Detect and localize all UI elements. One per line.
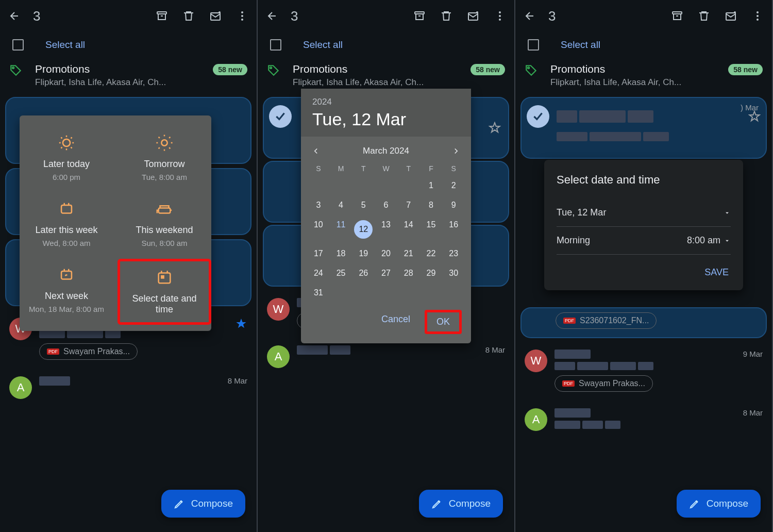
select-all-checkbox[interactable] xyxy=(270,39,281,51)
email-card-attach[interactable]: PDFS236071602_FN... xyxy=(520,307,767,338)
selection-count: 3 xyxy=(33,8,156,24)
next-month-icon[interactable] xyxy=(451,146,461,156)
calendar-day[interactable]: 21 xyxy=(397,244,420,263)
attachment-chip: PDFS236071602_FN... xyxy=(556,312,657,329)
mark-unread-icon[interactable] xyxy=(209,10,222,22)
avatar-a: A xyxy=(267,345,290,368)
email-w[interactable]: W PDFSwayam Prakas... 9 Mar xyxy=(515,344,772,397)
calendar-selected-date: Tue, 12 Mar xyxy=(312,109,460,129)
calendar-day[interactable]: 19 xyxy=(352,244,375,263)
more-icon[interactable] xyxy=(236,10,248,22)
star-icon[interactable] xyxy=(748,110,761,123)
selected-check-icon[interactable] xyxy=(269,105,292,128)
snooze-later-week[interactable]: Later this week Wed, 8:00 am xyxy=(20,193,113,255)
calendar-day[interactable]: 9 xyxy=(442,195,465,215)
prev-month-icon[interactable] xyxy=(311,146,321,156)
calendar-day[interactable]: 29 xyxy=(420,263,443,283)
calendar-day[interactable]: 11 xyxy=(330,215,352,244)
mark-unread-icon[interactable] xyxy=(467,10,479,22)
selected-check-icon[interactable] xyxy=(527,105,549,128)
compose-button[interactable]: Compose xyxy=(677,490,761,518)
calendar-day[interactable]: 5 xyxy=(352,195,375,215)
archive-icon[interactable] xyxy=(156,10,168,22)
more-icon[interactable] xyxy=(751,10,764,22)
snooze-later-today[interactable]: Later today 6:00 pm xyxy=(20,127,113,189)
calendar-day[interactable]: 4 xyxy=(330,195,352,215)
calendar-dialog: 2024 Tue, 12 Mar March 2024 SMTWTFS 1234… xyxy=(301,89,471,343)
calendar-day[interactable]: 6 xyxy=(375,195,397,215)
calendar-dow: F xyxy=(420,161,443,176)
calendar-day[interactable]: 23 xyxy=(442,244,465,263)
snooze-next-week[interactable]: Next week Mon, 18 Mar, 8:00 am xyxy=(20,259,113,325)
calendar-day[interactable]: 13 xyxy=(375,215,397,244)
delete-icon[interactable] xyxy=(440,10,452,22)
back-icon[interactable] xyxy=(266,10,278,22)
star-icon[interactable] xyxy=(489,122,501,134)
snooze-weekend[interactable]: This weekend Sun, 8:00 am xyxy=(117,193,211,255)
calendar-day[interactable]: 2 xyxy=(442,176,465,195)
calendar-day[interactable]: 12 xyxy=(352,215,375,244)
svg-rect-21 xyxy=(673,12,682,14)
calendar-day[interactable]: 17 xyxy=(307,244,330,263)
email-a[interactable]: A 8 Mar xyxy=(0,371,257,404)
calendar-day[interactable]: 30 xyxy=(442,263,465,283)
star-icon[interactable] xyxy=(235,318,247,330)
calendar-day[interactable]: 31 xyxy=(307,283,330,303)
calendar-day[interactable]: 16 xyxy=(442,215,465,244)
sdt-date-field[interactable]: Tue, 12 Mar xyxy=(557,199,731,227)
select-all-checkbox[interactable] xyxy=(528,39,539,51)
select-all-row[interactable]: Select all xyxy=(515,32,772,58)
calendar-day[interactable]: 7 xyxy=(397,195,420,215)
calendar-day[interactable]: 27 xyxy=(375,263,397,283)
calendar-day[interactable]: 25 xyxy=(330,263,352,283)
delete-icon[interactable] xyxy=(182,10,195,22)
calendar-day[interactable]: 22 xyxy=(420,244,443,263)
archive-icon[interactable] xyxy=(413,10,426,22)
calendar-day xyxy=(442,283,465,303)
email-card-1[interactable]: ) Mar xyxy=(520,97,767,159)
delete-icon[interactable] xyxy=(698,10,710,22)
calendar-day[interactable]: 20 xyxy=(375,244,397,263)
sdt-time-field[interactable]: Morning 8:00 am xyxy=(557,227,731,255)
svg-point-8 xyxy=(161,140,167,145)
back-icon[interactable] xyxy=(524,10,536,22)
svg-point-5 xyxy=(241,19,243,21)
calendar-day[interactable]: 26 xyxy=(352,263,375,283)
more-icon[interactable] xyxy=(494,10,506,22)
email-a[interactable]: A 8 Mar xyxy=(258,340,514,373)
calendar-day[interactable]: 10 xyxy=(307,215,330,244)
svg-rect-10 xyxy=(159,208,171,213)
calendar-day[interactable]: 8 xyxy=(420,195,443,215)
calendar-year[interactable]: 2024 xyxy=(312,97,460,107)
calendar-day[interactable]: 24 xyxy=(307,263,330,283)
caret-down-icon xyxy=(724,209,731,217)
calendar-dow: W xyxy=(375,161,397,176)
calendar-day[interactable]: 3 xyxy=(307,195,330,215)
calendar-day xyxy=(397,283,420,303)
calendar-day[interactable]: 18 xyxy=(330,244,352,263)
calendar-day xyxy=(352,176,375,195)
email-a[interactable]: A 8 Mar xyxy=(515,403,772,436)
calendar-cancel-button[interactable]: Cancel xyxy=(372,310,419,334)
snooze-select-datetime[interactable]: Select date and time xyxy=(117,259,211,325)
back-icon[interactable] xyxy=(8,10,21,22)
calendar-ok-button[interactable]: OK xyxy=(425,310,462,334)
calendar-month-label[interactable]: March 2024 xyxy=(363,146,409,156)
calendar-day[interactable]: 15 xyxy=(420,215,443,244)
promotions-row[interactable]: Promotions Flipkart, Isha Life, Akasa Ai… xyxy=(515,58,772,95)
compose-button[interactable]: Compose xyxy=(419,490,503,518)
archive-icon[interactable] xyxy=(671,10,683,22)
promotions-sub: Flipkart, Isha Life, Akasa Air, Ch... xyxy=(35,77,213,88)
promotions-row[interactable]: Promotions Flipkart, Isha Life, Akasa Ai… xyxy=(0,58,257,95)
compose-button[interactable]: Compose xyxy=(161,490,245,518)
sdt-save-button[interactable]: SAVE xyxy=(702,264,731,281)
select-all-row[interactable]: Select all xyxy=(258,32,514,58)
mark-unread-icon[interactable] xyxy=(725,10,737,22)
calendar-day[interactable]: 1 xyxy=(420,176,443,195)
select-all-row[interactable]: Select all xyxy=(0,32,257,58)
calendar-day[interactable]: 28 xyxy=(397,263,420,283)
select-all-label: Select all xyxy=(303,39,343,51)
calendar-day[interactable]: 14 xyxy=(397,215,420,244)
select-all-checkbox[interactable] xyxy=(12,39,24,51)
snooze-tomorrow[interactable]: Tomorrow Tue, 8:00 am xyxy=(117,127,211,189)
